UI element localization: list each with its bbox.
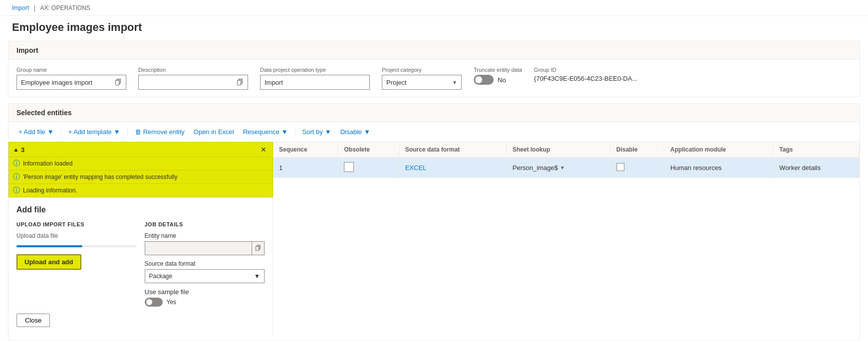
notification-item-3: ⓘ Loading information. (9, 183, 273, 197)
cell-sheet-lookup: Person_image$ ▼ (506, 158, 610, 178)
add-template-button[interactable]: + Add template ▼ (64, 126, 124, 138)
breadcrumb-sep: | (34, 4, 35, 11)
entity-name-field: Entity name 🗍 (145, 232, 265, 255)
notification-close-button[interactable]: ✕ (259, 145, 269, 155)
project-category-value: Project (386, 79, 406, 86)
separator-3 (295, 127, 295, 137)
source-format-dropdown[interactable]: Package ▼ (145, 269, 265, 283)
upload-col: UPLOAD IMPORT FILES Upload data file Upl… (16, 221, 137, 307)
description-copy-icon[interactable]: 🗍 (237, 78, 244, 86)
resequence-chevron-icon: ▼ (282, 128, 288, 136)
disable-button[interactable]: Disable ▼ (336, 126, 374, 138)
table-row: 1 EXCEL Person_image$ ▼ (273, 158, 860, 178)
sheet-lookup-chevron-icon[interactable]: ▼ (560, 165, 565, 170)
close-button[interactable]: Close (16, 314, 50, 327)
entities-section: Selected entities + Add file ▼ + Add tem… (8, 103, 860, 341)
col-source-data-format: Source data format (399, 142, 506, 158)
cell-tags: Worker details (773, 158, 860, 178)
col-sequence: Sequence (273, 142, 338, 158)
source-data-format-field: Source data format Package ▼ (145, 260, 265, 283)
col-sheet-lookup: Sheet lookup (506, 142, 610, 158)
group-id-label: Group ID (534, 67, 637, 73)
remove-entity-button[interactable]: 🗑 Remove entity (131, 126, 189, 138)
expand-icon[interactable]: ▲ (13, 146, 19, 153)
source-format-value: Package (149, 273, 173, 280)
entities-toolbar: + Add file ▼ + Add template ▼ 🗑 Remove e… (8, 122, 860, 142)
description-label: Description (138, 67, 248, 73)
use-sample-file-label: Use sample file (145, 288, 189, 296)
sample-file-row: Use sample file (145, 288, 265, 296)
chevron-down-icon: ▼ (452, 80, 457, 85)
page-title: Employee images import (12, 21, 856, 34)
notification-text-2: 'Person image' entity mapping has comple… (23, 173, 177, 180)
col-tags: Tags (773, 142, 860, 158)
trash-icon: 🗑 (135, 128, 141, 136)
table-header-row: Sequence Obsolete Source data format She… (273, 142, 860, 158)
add-file-title: Add file (16, 205, 265, 214)
entity-name-input[interactable] (145, 245, 252, 252)
upload-data-file-label: Upload data file (16, 232, 137, 239)
project-category-dropdown[interactable]: Project ▼ (382, 75, 462, 90)
notification-text-3: Loading information. (23, 187, 77, 194)
operation-type-field: Data project operation type Import (260, 67, 370, 90)
cell-source-data-format: EXCEL (399, 158, 506, 178)
notification-item-1: ⓘ Information loaded (9, 157, 273, 170)
notification-count: ▲ 3 (13, 146, 24, 154)
truncate-entity-field: Truncate entity data No (474, 67, 522, 85)
add-template-label: + Add template (68, 128, 112, 136)
project-category-field: Project category Project ▼ (382, 67, 462, 90)
toggle-knob (475, 76, 482, 83)
obsolete-checkbox[interactable] (344, 162, 354, 172)
import-section-header: Import (8, 41, 860, 60)
truncate-toggle-container: No (474, 75, 522, 85)
entity-name-label: Entity name (145, 232, 265, 239)
add-file-button[interactable]: + Add file ▼ (14, 126, 58, 138)
truncate-toggle-label: No (498, 76, 506, 84)
resequence-button[interactable]: Resequence ▼ (239, 126, 292, 138)
description-input[interactable]: 🗍 (138, 75, 248, 90)
operation-type-value: Import (260, 75, 370, 90)
sample-toggle-row: Yes (145, 298, 265, 307)
info-icon-1: ⓘ (13, 159, 20, 168)
group-name-input[interactable]: Employee images import 🗍 (16, 75, 126, 90)
add-file-label: + Add file (18, 128, 45, 136)
cell-application-module: Human resources (664, 158, 773, 178)
table-area: Sequence Obsolete Source data format She… (273, 142, 860, 335)
operation-type-label: Data project operation type (260, 67, 370, 73)
entity-browse-button[interactable]: 🗍 (252, 242, 264, 255)
breadcrumb: Import | AX: OPERATIONS (0, 0, 868, 16)
group-name-field: Group name Employee images import 🗍 (16, 67, 126, 90)
open-in-excel-button[interactable]: Open in Excel (190, 126, 238, 138)
col-disable: Disable (610, 142, 664, 158)
entity-name-input-row[interactable]: 🗍 (145, 241, 265, 255)
sample-toggle-knob (146, 299, 152, 305)
notification-number: 3 (21, 146, 24, 154)
notification-item-2: ⓘ 'Person image' entity mapping has comp… (9, 170, 273, 183)
info-icon-3: ⓘ (13, 186, 20, 195)
breadcrumb-import[interactable]: Import (12, 4, 29, 11)
notification-text-1: Information loaded (23, 160, 72, 167)
main-content: ▲ 3 ✕ ⓘ Information loaded ⓘ 'Person ima… (8, 142, 860, 335)
entities-section-header: Selected entities (8, 104, 860, 122)
copy-icon[interactable]: 🗍 (115, 78, 122, 86)
info-icon-2: ⓘ (13, 172, 20, 181)
cell-sequence: 1 (273, 158, 338, 178)
notification-actions: ✕ (259, 145, 269, 155)
sort-by-button[interactable]: Sort by ▼ (298, 126, 335, 138)
excel-link[interactable]: EXCEL (405, 164, 427, 171)
upload-col-title: UPLOAD IMPORT FILES (16, 221, 137, 227)
col-application-module: Application module (664, 142, 773, 158)
left-panel: ▲ 3 ✕ ⓘ Information loaded ⓘ 'Person ima… (8, 142, 273, 335)
disable-checkbox[interactable] (616, 163, 624, 171)
sample-file-toggle[interactable] (145, 298, 163, 307)
source-data-format-label: Source data format (145, 260, 265, 267)
add-template-chevron-icon: ▼ (114, 128, 120, 136)
operation-type-text: Import (265, 79, 283, 86)
resequence-label: Resequence (243, 128, 280, 136)
breadcrumb-current: AX: OPERATIONS (40, 4, 90, 11)
sheet-lookup-cell: Person_image$ ▼ (513, 164, 604, 171)
page-title-bar: Employee images import (0, 16, 868, 41)
upload-and-add-button[interactable]: Upload and add (16, 254, 81, 270)
disable-chevron-icon: ▼ (364, 128, 370, 136)
truncate-toggle[interactable] (474, 75, 494, 85)
